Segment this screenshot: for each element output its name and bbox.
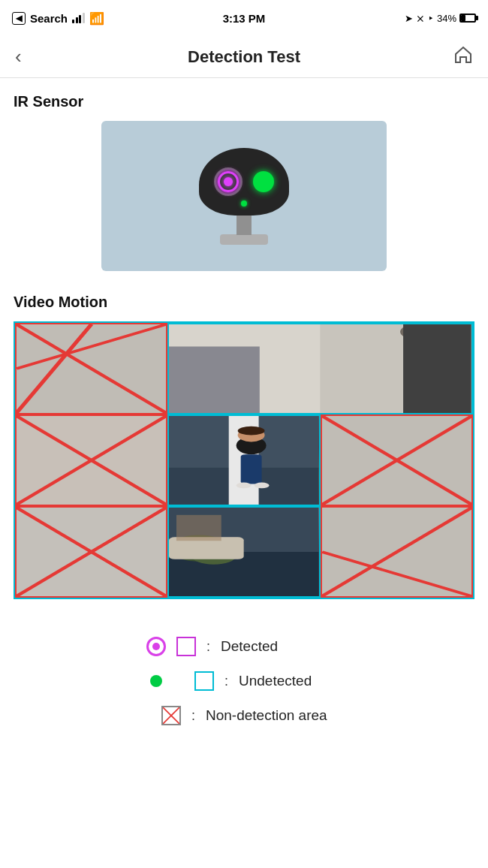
nondetect-box-icon — [161, 706, 181, 725]
camera-neck — [236, 214, 252, 235]
grid-cell-bottom-center — [167, 506, 320, 598]
home-icon — [453, 45, 473, 65]
bluetooth-icon: ⨯︎ — [416, 12, 425, 24]
legend-section: : Detected : Undetected : Non-detection … — [14, 622, 474, 740]
main-content: IR Sensor Video Motion — [0, 78, 488, 763]
camera-pedestal — [220, 234, 268, 245]
signal-bar-3 — [79, 15, 81, 23]
signal-bars — [72, 13, 85, 23]
undetected-dot-icon — [150, 675, 162, 687]
non-detect-lines-top-left — [17, 324, 166, 413]
svg-rect-8 — [169, 347, 260, 414]
svg-point-19 — [255, 483, 270, 489]
app-switcher-icon: ◀ — [12, 12, 26, 25]
battery-icon — [459, 14, 476, 23]
status-left: ◀ Search 📶 — [12, 11, 104, 26]
svg-line-31 — [322, 552, 471, 596]
person-scene-svg — [169, 416, 318, 505]
nondetect-label: Non-detection area — [206, 707, 327, 724]
non-detect-lines-bottom-left — [17, 508, 166, 596]
undetected-colon: : — [224, 674, 228, 689]
status-time: 3:13 PM — [223, 12, 266, 25]
svg-line-30 — [322, 508, 471, 596]
page-title: Detection Test — [188, 47, 300, 67]
ir-sensor-title: IR Sensor — [14, 93, 474, 110]
battery-fill — [461, 15, 465, 21]
legend-item-undetected: : Undetected — [146, 671, 342, 691]
outdoor-scene-svg — [169, 324, 471, 413]
nondetect-colon: : — [191, 708, 195, 724]
back-button[interactable]: ‹ — [15, 45, 22, 68]
grid-cell-middle-left — [15, 414, 167, 506]
status-bar: ◀ Search 📶 3:13 PM ➤ ⨯︎ ‣ 34% — [0, 0, 488, 36]
motion-grid — [14, 321, 474, 599]
grid-cell-top-left — [15, 323, 167, 414]
legend-item-detected: : Detected — [146, 637, 342, 656]
detected-colon: : — [206, 639, 210, 655]
lens-left-detected — [214, 167, 242, 196]
lens-right-undetected — [253, 171, 274, 192]
svg-line-0 — [17, 324, 166, 413]
detected-circle-icon — [146, 637, 166, 656]
wifi-icon: 📶 — [89, 11, 104, 26]
grid-cell-bottom-right — [321, 506, 473, 598]
signal-bar-4 — [83, 13, 85, 23]
app-name: Search — [30, 12, 68, 25]
ir-sensor-camera-image — [101, 121, 387, 271]
status-right: ➤ ⨯︎ ‣ 34% — [405, 12, 476, 24]
svg-rect-29 — [176, 515, 221, 541]
battery-percentage: 34% — [437, 13, 456, 24]
grid-cell-top-right — [167, 323, 473, 414]
camera-status-dot — [241, 200, 247, 206]
grid-cell-middle-center — [167, 414, 320, 506]
svg-line-2 — [17, 324, 92, 413]
non-detect-lines-bottom-right — [322, 508, 471, 596]
detected-label: Detected — [221, 638, 278, 655]
non-detect-lines-mid-left — [17, 416, 166, 505]
undetected-label: Undetected — [239, 673, 312, 689]
svg-point-18 — [236, 483, 252, 489]
patio-scene-svg — [169, 508, 318, 596]
nondetect-lines-icon — [163, 707, 179, 724]
video-motion-section: Video Motion — [14, 294, 474, 599]
location-icon: ➤ — [405, 13, 413, 24]
legend-item-nondetect: : Non-detection area — [146, 706, 342, 725]
svg-rect-17 — [241, 454, 262, 484]
svg-point-16 — [238, 426, 265, 436]
signal-bar-2 — [76, 17, 78, 23]
grid-cell-middle-right — [321, 414, 473, 506]
svg-rect-7 — [403, 324, 471, 413]
nav-bar: ‹ Detection Test — [0, 36, 488, 78]
camera-rig — [199, 148, 289, 245]
svg-line-1 — [17, 324, 166, 369]
grid-cell-bottom-left — [15, 506, 167, 598]
bluetooth-icon2: ‣ — [428, 13, 434, 24]
camera-head — [199, 148, 289, 215]
home-button[interactable] — [453, 45, 473, 69]
signal-bar-1 — [72, 20, 74, 23]
detected-box-icon — [176, 637, 196, 656]
lens-dot — [224, 177, 233, 186]
undetected-box-icon — [194, 671, 214, 691]
video-motion-title: Video Motion — [14, 294, 474, 311]
non-detect-lines-mid-right — [322, 416, 471, 505]
